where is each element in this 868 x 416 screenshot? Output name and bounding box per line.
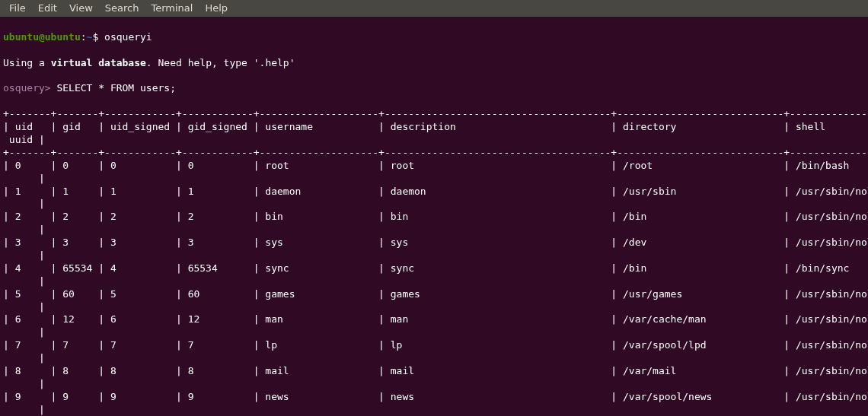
table-row: | 5 | 60 | 5 | 60 | games | games | /usr… — [3, 288, 865, 301]
table-row: +-------+-------+------------+----------… — [3, 108, 865, 121]
menu-search[interactable]: Search — [99, 2, 145, 15]
sql-query: SELECT * FROM users; — [51, 82, 176, 94]
table-row: | — [3, 404, 865, 416]
menu-help[interactable]: Help — [199, 2, 234, 15]
table-row: | — [3, 173, 865, 186]
table-row: | 2 | 2 | 2 | 2 | bin | bin | /bin | /us… — [3, 211, 865, 224]
table-row: | — [3, 326, 865, 339]
table-row: | 1 | 1 | 1 | 1 | daemon | daemon | /usr… — [3, 186, 865, 198]
table-row: | — [3, 275, 865, 288]
table-row: | 3 | 3 | 3 | 3 | sys | sys | /dev | /us… — [3, 237, 865, 249]
osquery-prompt: osquery> — [3, 82, 51, 94]
table-row: +-------+-------+------------+----------… — [3, 147, 865, 160]
table-row: | — [3, 198, 865, 211]
prompt-line: ubuntu@ubuntu:~$ osqueryi — [3, 31, 865, 44]
table-row: | 9 | 9 | 9 | 9 | news | news | /var/spo… — [3, 391, 865, 404]
table-row: | uid | gid | uid_signed | gid_signed | … — [3, 121, 865, 134]
command-osqueryi: osqueryi — [104, 31, 152, 43]
prompt-host: ubuntu — [45, 31, 81, 43]
table-row: | 4 | 65534 | 4 | 65534 | sync | sync | … — [3, 262, 865, 275]
table-row: uuid | — [3, 134, 865, 147]
menu-file[interactable]: File — [3, 2, 32, 15]
prompt-at: @ — [39, 31, 45, 43]
terminal-output[interactable]: ubuntu@ubuntu:~$ osqueryi Using a virtua… — [0, 17, 868, 416]
table-row: | 8 | 8 | 8 | 8 | mail | mail | /var/mai… — [3, 365, 865, 378]
help-line: Using a virtual database. Need help, typ… — [3, 57, 865, 70]
table-row: | — [3, 378, 865, 391]
menu-terminal[interactable]: Terminal — [145, 2, 199, 15]
table-row: | — [3, 301, 865, 314]
menu-edit[interactable]: Edit — [32, 2, 63, 15]
table-row: | 0 | 0 | 0 | 0 | root | root | /root | … — [3, 160, 865, 173]
menu-view[interactable]: View — [63, 2, 99, 15]
menubar: File Edit View Search Terminal Help — [0, 0, 868, 17]
prompt-user: ubuntu — [3, 31, 39, 43]
table-row: | — [3, 352, 865, 365]
table-row: | 7 | 7 | 7 | 7 | lp | lp | /var/spool/l… — [3, 339, 865, 352]
osquery-prompt-line: osquery> SELECT * FROM users; — [3, 82, 865, 95]
query-result-table: +-------+-------+------------+----------… — [3, 108, 865, 416]
virtual-database-text: virtual database — [51, 57, 146, 68]
table-row: | 6 | 12 | 6 | 12 | man | man | /var/cac… — [3, 313, 865, 326]
table-row: | — [3, 249, 865, 262]
table-row: | — [3, 224, 865, 237]
